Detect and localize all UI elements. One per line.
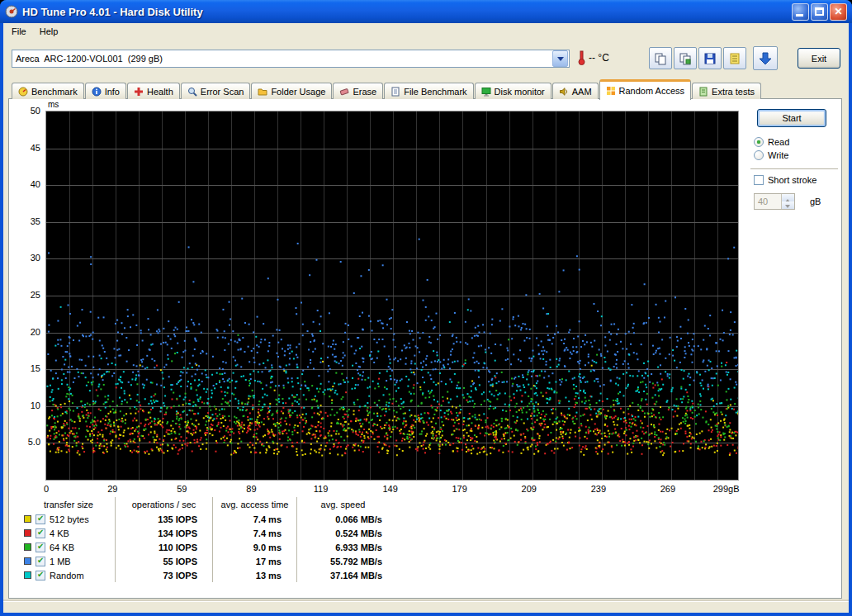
tab-label: Benchmark — [31, 87, 78, 97]
copy-screenshot-button[interactable] — [649, 47, 672, 69]
tab-error-scan[interactable]: Error Scan — [181, 83, 251, 99]
client-area: File Help Areca ARC-1200-VOL001 (299 gB)… — [3, 23, 849, 613]
tab-label: File Benchmark — [404, 87, 466, 97]
series-label: 512 bytes — [50, 514, 89, 524]
menu-help[interactable]: Help — [33, 25, 65, 38]
stroke-unit-label: gB — [810, 197, 821, 206]
report-button[interactable] — [723, 47, 746, 69]
y-tick-label: 30 — [9, 253, 40, 263]
table-row-legend: Random — [22, 568, 115, 582]
tab-label: AAM — [572, 87, 592, 97]
table-row-legend: 512 bytes — [22, 512, 115, 526]
magnifier-icon — [187, 87, 197, 97]
x-tick-label: 119 — [314, 484, 329, 494]
tab-label: Erase — [353, 87, 376, 97]
y-tick-label: 15 — [9, 363, 40, 373]
tab-folder-usage[interactable]: Folder Usage — [251, 83, 332, 99]
access-time-value: 9.0 ms — [212, 540, 296, 554]
iops-value: 55 IOPS — [115, 554, 212, 568]
stroke-size-value: 40 — [755, 194, 781, 209]
series-label: Random — [50, 571, 84, 580]
close-button[interactable] — [830, 3, 847, 21]
tab-extra-tests[interactable]: Extra tests — [692, 83, 761, 99]
write-radio[interactable]: Write — [754, 150, 838, 160]
series-label: 1 MB — [50, 557, 71, 566]
series-checkbox[interactable] — [36, 557, 45, 566]
table-row-legend: 1 MB — [22, 554, 115, 568]
stroke-size-stepper[interactable]: 40 — [754, 193, 795, 210]
window-title: HD Tune Pro 4.01 - Hard Disk Utility — [22, 6, 203, 18]
maximize-button[interactable] — [811, 3, 828, 21]
series-checkbox[interactable] — [36, 571, 45, 580]
results-table: transfer size operations / sec avg. acce… — [22, 497, 389, 582]
random-access-icon — [606, 86, 616, 96]
spin-up-icon[interactable] — [782, 194, 794, 201]
y-tick-label: 25 — [9, 290, 40, 300]
file-icon — [390, 87, 400, 97]
tab-health[interactable]: Health — [127, 83, 180, 99]
spin-down-icon[interactable] — [782, 201, 794, 209]
scatter-plot — [45, 111, 739, 481]
series-checkbox[interactable] — [36, 514, 45, 524]
iops-value: 73 IOPS — [115, 568, 212, 582]
drive-select[interactable]: Areca ARC-1200-VOL001 (299 gB) — [12, 50, 570, 68]
update-download-button[interactable] — [753, 46, 778, 70]
speaker-icon — [559, 87, 569, 97]
random-access-scatter-canvas — [46, 111, 738, 480]
app-window: HD Tune Pro 4.01 - Hard Disk Utility Fil… — [0, 0, 852, 616]
avg-speed-value: 6.933 MB/s — [296, 540, 389, 554]
series-color-swatch — [24, 557, 31, 565]
drive-select-value: Areca ARC-1200-VOL001 (299 gB) — [12, 54, 163, 64]
access-time-value: 17 ms — [212, 554, 296, 568]
read-radio[interactable]: Read — [754, 137, 838, 147]
series-label: 64 KB — [50, 543, 74, 552]
tab-label: Random Access — [619, 86, 684, 96]
column-header: avg. speed — [296, 497, 389, 512]
y-tick-label: 50 — [9, 106, 40, 116]
tab-aam[interactable]: AAM — [552, 83, 599, 99]
write-radio-label: Write — [768, 150, 788, 160]
x-tick-label: 149 — [382, 484, 397, 494]
tab-random-access[interactable]: Random Access — [599, 79, 691, 100]
y-tick-label: 20 — [9, 327, 40, 337]
column-header: avg. access time — [212, 497, 296, 512]
save-icon — [703, 52, 717, 65]
tab-benchmark[interactable]: Benchmark — [12, 83, 84, 99]
access-time-value: 13 ms — [212, 568, 296, 582]
series-color-swatch — [24, 543, 31, 551]
monitor-icon — [481, 87, 491, 97]
x-tick-label: 299gB — [713, 484, 740, 494]
benchmark-icon — [18, 87, 28, 97]
series-checkbox[interactable] — [36, 543, 45, 552]
thermometer-icon — [578, 50, 585, 65]
save-button[interactable] — [698, 47, 722, 69]
copy-text-button[interactable] — [674, 47, 697, 69]
temperature-value: -- °C — [589, 52, 609, 64]
access-time-value: 7.4 ms — [212, 526, 296, 540]
y-axis-unit: ms — [48, 100, 59, 109]
tab-info[interactable]: Info — [85, 83, 126, 99]
checkbox-icon — [754, 175, 764, 185]
series-color-swatch — [24, 529, 31, 537]
x-tick-label: 0 — [44, 484, 49, 494]
tab-file-benchmark[interactable]: File Benchmark — [384, 83, 473, 99]
tab-erase[interactable]: Erase — [333, 83, 383, 99]
column-header: operations / sec — [115, 497, 212, 512]
start-button[interactable]: Start — [757, 109, 826, 127]
series-checkbox[interactable] — [36, 528, 45, 538]
access-time-value: 7.4 ms — [212, 512, 296, 526]
x-tick-label: 29 — [107, 484, 117, 494]
menu-file[interactable]: File — [5, 25, 33, 38]
app-icon — [5, 5, 18, 18]
tab-disk-monitor[interactable]: Disk monitor — [475, 83, 551, 99]
copy-icon — [654, 52, 667, 65]
radio-icon — [754, 150, 764, 160]
short-stroke-checkbox[interactable]: Short stroke — [754, 175, 838, 185]
exit-button[interactable]: Exit — [798, 48, 840, 69]
tab-strip: Benchmark Info Health Error Scan Folder … — [12, 78, 844, 99]
tab-label: Info — [105, 87, 120, 97]
status-bar — [3, 601, 849, 613]
x-tick-label: 239 — [591, 484, 606, 494]
series-color-swatch — [24, 515, 31, 523]
minimize-button[interactable] — [792, 3, 809, 21]
